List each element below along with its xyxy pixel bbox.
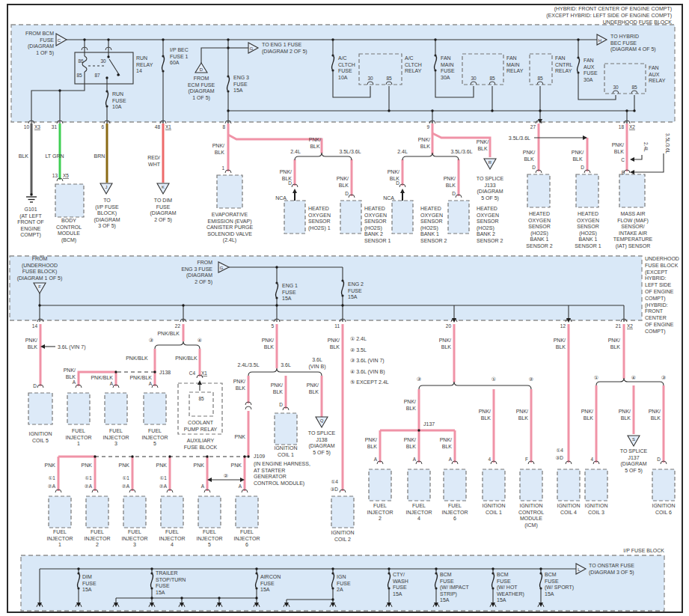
fuel-inj3b-box <box>123 496 146 528</box>
ac-85-line-0: 85 <box>386 76 392 81</box>
pin4-ic1b-line-0: 4 <box>488 457 491 462</box>
ho2s-b1s1-label-line-2: SENSOR <box>577 224 599 229</box>
to-j137-label: TO SPLICEJ137(DIAGRAM5 OF 5) <box>620 448 648 474</box>
fa-30-line-0: 30 <box>613 85 619 90</box>
junction-dot-19 <box>38 304 40 306</box>
to-hybrid-bec-label-line-2: (DIAGRAM 4 OF 5) <box>610 46 656 52</box>
maf-iat-box <box>619 174 645 207</box>
fa-85-line-0: 85 <box>631 85 637 90</box>
d-h3: D <box>396 180 399 186</box>
pnkblk-20-line-0: PNK/ <box>439 338 451 343</box>
pnkblk-ic6: PNK/BLK <box>649 409 661 421</box>
bcm-fuse1-label-line-3: STRIP) <box>440 591 457 597</box>
to-dim-fuse-label-line-1: FUSE <box>156 204 171 210</box>
from-eng3-label-line-0: FROM <box>197 260 212 265</box>
junction-dot-41 <box>150 597 153 599</box>
ign-fuse-label-line-2: 2A <box>337 587 343 592</box>
ac-clutch-relay-label-line-1: CLTCH <box>405 62 422 67</box>
junction-dot-7 <box>227 46 229 49</box>
a-fi6: A <box>449 457 453 462</box>
pnkblk-9r: PNK/BLK <box>477 139 489 151</box>
maf-label-line-0: MASS AIR <box>620 211 645 216</box>
eng1-fuse-label-line-2: 15A <box>282 296 292 301</box>
pnkblk-5-line-0: PNK/ <box>262 338 274 343</box>
ho2s-b1s2-box <box>392 201 413 234</box>
note-except-hybrid: (EXCEPT HYBRID: LEFT SIDE OF ENGINE COMP… <box>546 13 672 19</box>
eng3-fuse-sym-dot1 <box>227 75 229 77</box>
junction-dot-27 <box>247 455 249 457</box>
fi6-label: FUELINJECTOR6 <box>442 503 468 521</box>
fuel-inj4-box <box>408 469 430 501</box>
pnkblk-21-line-0: PNK/ <box>608 338 620 343</box>
pin-arc-46 <box>245 406 251 409</box>
ho2s-b1s2-label: HEATEDOXYGENSENSOR(HO2S)BANK 1SENSOR 2 <box>420 206 447 243</box>
icm-label: IGNITIONCONTROLMODULE(ICM) <box>518 503 544 528</box>
pin-48-x1-line-0: X1 <box>165 124 171 129</box>
trailer-fuse-sym-dot2 <box>150 587 153 589</box>
pnkblk-fi1-line-1: BLK <box>66 374 76 379</box>
a-fi5: A <box>149 381 153 386</box>
lbl-2435: 2.4L/3.5L <box>237 362 259 368</box>
icm-label-line-1: CONTROL <box>518 510 544 515</box>
pin-18-x2: X2 <box>629 124 635 129</box>
fan-aux-fuse-label-line-1: AUX <box>584 64 595 70</box>
bcm-fuse1-label-line-0: BCM <box>440 572 452 577</box>
eng2-fuse-sym-dot2 <box>341 294 343 296</box>
ign-coil5-label-line-1: COIL 5 <box>32 438 49 443</box>
g101-label-line-1: (AT LEFT <box>19 213 42 219</box>
brace-2 <box>155 341 200 349</box>
evap-label-line-0: EVAPORATIVE <box>212 212 248 217</box>
lbl-vin7: 3.6L (VIN 7) <box>58 344 85 350</box>
fan-cntrl-relay-label-line-1: CNTRL <box>555 62 572 67</box>
pin-87: 87 <box>94 73 100 78</box>
run-fuse-label-line-0: RUN <box>112 91 123 97</box>
ho2s-b1s1-label-line-3: (HO2S) <box>579 231 597 237</box>
bcm-fuse1-label-line-1: FUSE <box>440 579 454 584</box>
fib4-label: FUELINJECTOR4 <box>159 529 186 547</box>
pin-6-line-0: 6 <box>101 124 104 129</box>
fib4-label-line-1: INJECTOR <box>159 536 186 541</box>
fib1-pins2: ②A <box>48 484 56 489</box>
from-ecm-fuse-label-line-2: (DIAGRAM <box>189 88 215 94</box>
pnkblk-5b: PNK/BLK <box>271 382 284 394</box>
connector-r-letter: R <box>489 160 492 165</box>
fan-aux-relay-label-line-1: AUX <box>649 72 660 77</box>
coolant-relay-label: COOLANTPUMP RELAY <box>184 420 218 432</box>
fib2-pins: ①1 <box>85 475 93 481</box>
pnkblk-18: PNK/BLK <box>612 142 625 154</box>
blk-label: BLK <box>19 153 29 159</box>
note-except-hybrid-line-0: (EXCEPT HYBRID: LEFT SIDE OF ENGINE COMP… <box>546 13 672 19</box>
fi2-label-line-0: FUEL <box>373 503 387 508</box>
j137-label-line-0: J137 <box>423 421 435 427</box>
fuel-inj1-box <box>67 393 90 424</box>
fib1-pins2-line-0: ②A <box>48 484 56 489</box>
connector-f-letter: F <box>38 284 41 289</box>
pinf-icm-line-0: F <box>525 457 528 462</box>
junction-dot-45 <box>331 598 334 600</box>
ho2s-b1s2-label-line-2: SENSOR <box>420 219 443 224</box>
pnkblk-fi6-line-1: BLK <box>442 444 453 449</box>
fib3-pins-line-0: ①1 <box>123 475 130 481</box>
fa-30: 30 <box>613 85 619 90</box>
ho2s-1-box <box>284 201 305 234</box>
fm-85: 85 <box>489 76 495 81</box>
pnkblk-s21-line-1: BLK <box>621 415 631 421</box>
bcm-fuse3-label-line-0: BCM <box>545 572 557 577</box>
lbl-24l-b: 2.4L <box>397 149 408 154</box>
eng2-fuse-sym-dot1 <box>341 279 343 281</box>
junction-dot-25 <box>153 370 156 373</box>
underhood-right-label-line-2: (EXCEPT <box>645 269 668 275</box>
ign-coil4-label: IGNITIONCOIL 4 <box>557 503 580 515</box>
pnkblk-8b: PNK/BLK <box>309 137 321 149</box>
pnkblk-8-line-1: BLK <box>215 150 225 155</box>
pin-5-line-0: 5 <box>271 323 274 329</box>
ho2s-b2s2-label-line-2: SENSOR <box>477 219 499 224</box>
ip-bec-fuse-label-line-0: I/P BEC <box>170 47 189 52</box>
vin-legend-line-2: ③ 3.6L (VIN 7) <box>350 358 385 364</box>
junction-dot-33 <box>77 567 79 570</box>
ac-clutch-fuse-label-line-1: CLTCH <box>338 62 355 67</box>
pin-9: 9 <box>426 124 429 129</box>
pnkblk-fi6: PNK/BLK <box>440 437 453 449</box>
underhood-right-label: UNDERHOODFUSE BLOCK(EXCEPTHYBRID:LEFT SI… <box>645 256 679 335</box>
fuel-inj5-box <box>144 393 166 424</box>
